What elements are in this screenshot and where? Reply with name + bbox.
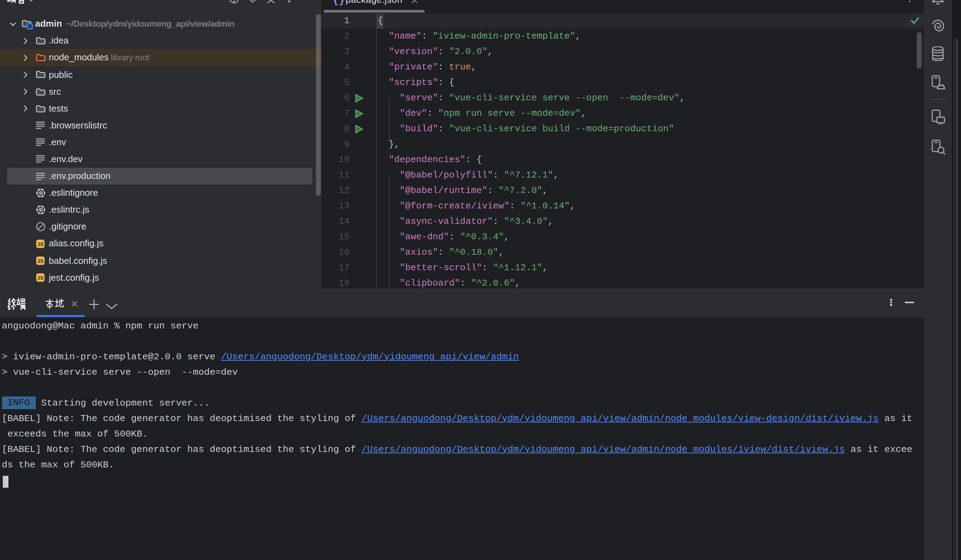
svg-text:JS: JS (37, 241, 43, 247)
svg-text:JS: JS (37, 275, 43, 281)
svg-text:JS: JS (37, 258, 43, 264)
